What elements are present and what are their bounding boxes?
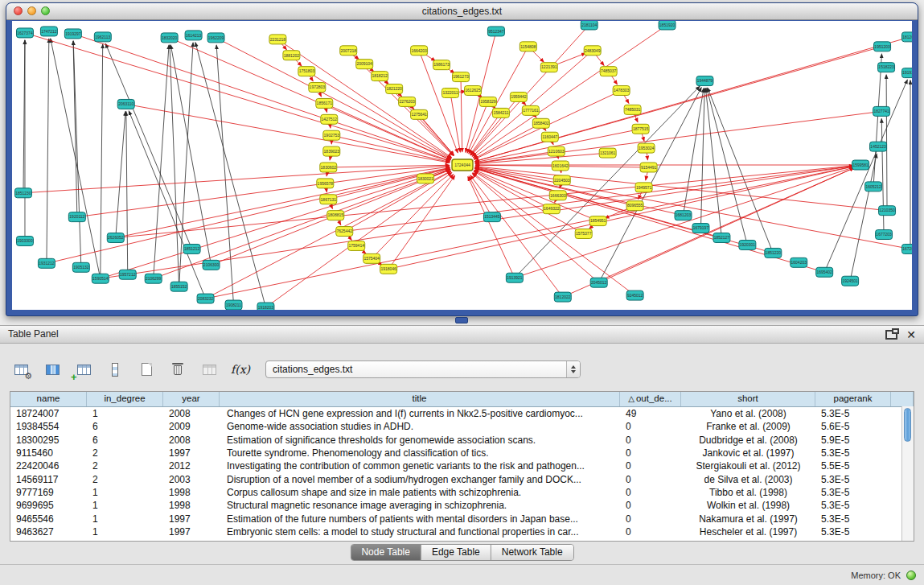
table-cell[interactable]: 0 — [620, 500, 681, 511]
graph-edge[interactable] — [470, 113, 500, 154]
graph-edge[interactable] — [388, 175, 455, 269]
graph-edge[interactable] — [515, 86, 700, 278]
table-cell[interactable]: 5.9E-5 — [815, 435, 891, 446]
table-cell[interactable]: 1 — [87, 487, 163, 498]
graph-node[interactable]: 1812022 — [554, 292, 571, 302]
graph-node[interactable]: 1881202 — [283, 51, 300, 60]
graph-edge[interactable] — [461, 77, 462, 152]
table-cell[interactable]: 5.6E-5 — [815, 421, 891, 432]
graph-node[interactable]: 1478303 — [613, 86, 630, 96]
graph-node[interactable]: 9154491 — [640, 163, 657, 172]
graph-node[interactable]: 1677203 — [876, 230, 893, 240]
graph-node[interactable]: 1427512 — [321, 114, 338, 124]
graph-edge[interactable] — [77, 167, 450, 217]
table-cell[interactable]: 19384554 — [10, 421, 87, 432]
graph-node[interactable]: 1961273 — [453, 72, 470, 82]
graph-node[interactable]: 1855152 — [170, 282, 187, 291]
table-cell[interactable]: 0 — [620, 513, 681, 525]
graph-node[interactable]: 2009104 — [356, 60, 373, 69]
graph-node[interactable]: 1590514 — [92, 274, 109, 283]
table-cell[interactable]: 1997 — [163, 447, 220, 459]
graph-node[interactable]: 1918046 — [380, 264, 397, 274]
table-cell[interactable]: Wolkin et al. (1998) — [681, 500, 815, 511]
table-cell[interactable]: Estimation of the future numbers of pati… — [220, 513, 620, 525]
graph-node[interactable]: 1830602 — [320, 163, 337, 172]
table-cell[interactable]: de Silva et al. (2003) — [681, 474, 815, 485]
graph-node[interactable]: 1649322 — [543, 204, 560, 214]
table-row[interactable]: 1938455462009Genome-wide association stu… — [10, 420, 914, 433]
graph-edge[interactable] — [25, 33, 450, 161]
graph-node[interactable]: 1959442 — [510, 93, 527, 102]
graph-node[interactable]: 2626052 — [107, 233, 124, 243]
table-cell[interactable]: Structural magnetic resonance image aver… — [220, 500, 620, 511]
graph-node[interactable]: 1672045 — [902, 244, 912, 253]
table-row[interactable]: 911546021997Tourette syndrome. Phenomeno… — [10, 447, 914, 459]
graph-node[interactable]: 1575404 — [363, 253, 380, 263]
graph-edge[interactable] — [116, 167, 450, 237]
column-header-in-degree[interactable]: in_degree — [87, 392, 163, 406]
minimize-window-icon[interactable] — [27, 6, 36, 15]
table-cell[interactable]: Corpus callosum shape and size in male p… — [220, 487, 620, 498]
graph-node[interactable]: 1627374 — [16, 28, 33, 38]
column-header-out-degree[interactable]: △out_de... — [620, 392, 681, 406]
table-cell[interactable]: 2009 — [163, 421, 220, 432]
graph-node[interactable]: 1821220 — [386, 84, 403, 94]
graph-node[interactable]: 1513445 — [483, 212, 500, 222]
graph-node[interactable]: 9245012 — [626, 290, 643, 300]
graph-node[interactable]: 1605212 — [865, 182, 882, 192]
table-cell[interactable]: Tourette syndrome. Phenomenology and cla… — [220, 447, 620, 459]
table-cell[interactable]: 18300295 — [10, 435, 87, 446]
table-row[interactable]: 946362711997Embryonic stem cells: a mode… — [10, 525, 914, 538]
network-canvas[interactable]: 1724044223121818812021751803197280318561… — [12, 21, 912, 310]
table-cell[interactable]: Franke et al. (2009) — [681, 421, 815, 432]
table-scrollbar[interactable] — [901, 406, 914, 541]
graph-edge[interactable] — [277, 39, 451, 158]
table-cell[interactable]: 5.3E-5 — [815, 474, 891, 485]
graph-node[interactable]: 2106299 — [145, 274, 162, 283]
graph-node[interactable]: 1877515 — [632, 124, 649, 134]
graph-edge[interactable] — [154, 45, 169, 278]
graph-node[interactable]: 1851212 — [183, 244, 200, 253]
table-cell[interactable]: 5.5E-5 — [815, 460, 891, 472]
graph-node[interactable]: 1918203 — [257, 303, 274, 310]
graph-node[interactable]: 1908211 — [225, 300, 242, 310]
graph-node[interactable]: 1920301 — [739, 240, 756, 249]
graph-edge[interactable] — [372, 174, 454, 258]
graph-node[interactable]: 1858402 — [532, 118, 549, 128]
graph-edge[interactable] — [684, 88, 704, 215]
function-builder-button[interactable]: f(x) — [229, 360, 252, 379]
graph-node[interactable]: 1452123 — [870, 142, 887, 151]
table-cell[interactable]: 9699695 — [10, 500, 87, 511]
create-table-button[interactable] — [135, 360, 158, 379]
graph-node[interactable]: 1931212 — [38, 258, 55, 268]
graph-node[interactable]: 7625442 — [336, 227, 353, 237]
table-cell[interactable]: 1 — [87, 526, 163, 538]
graph-edge[interactable] — [47, 39, 49, 263]
graph-edge[interactable] — [468, 176, 515, 278]
graph-node[interactable]: 1154808 — [519, 42, 536, 51]
table-cell[interactable]: 2003 — [163, 474, 220, 485]
table-cell[interactable]: 2008 — [163, 435, 220, 446]
column-header-name[interactable]: name — [10, 392, 87, 406]
table-cell[interactable]: Changes of HCN gene expression and I(f) … — [220, 408, 620, 419]
graph-node[interactable]: 1812031 — [902, 32, 912, 42]
graph-node[interactable]: 1221391 — [540, 63, 557, 72]
graph-node[interactable]: 1759414 — [348, 241, 365, 250]
table-cell[interactable]: Yano et al. (2008) — [681, 408, 815, 419]
graph-node[interactable]: 1679197 — [692, 224, 709, 233]
table-cell[interactable]: 9463627 — [10, 526, 87, 538]
table-cell[interactable]: 49 — [620, 408, 681, 419]
graph-edge[interactable] — [101, 44, 103, 278]
float-panel-icon[interactable] — [885, 330, 897, 340]
graph-node[interactable]: 1751803 — [298, 67, 315, 76]
graph-node[interactable]: 1956578 — [317, 179, 334, 188]
graph-node[interactable]: 1951203 — [874, 42, 891, 51]
table-cell[interactable]: 2 — [87, 447, 163, 459]
graph-node[interactable]: 1275641 — [411, 109, 428, 119]
graph-edge[interactable] — [331, 135, 450, 162]
column-header-title[interactable]: title — [220, 392, 620, 406]
scrollbar-thumb[interactable] — [904, 408, 911, 442]
graph-node[interactable]: 2181104 — [581, 21, 598, 30]
graph-node[interactable]: 1902753 — [323, 130, 340, 140]
table-cell[interactable]: 0 — [620, 487, 681, 498]
